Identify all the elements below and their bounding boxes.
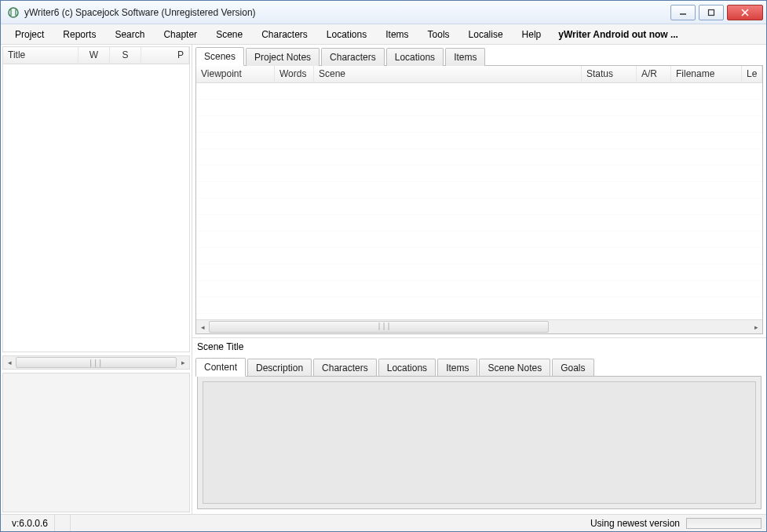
- menu-help[interactable]: Help: [513, 26, 551, 43]
- scene-col-viewpoint[interactable]: Viewpoint: [196, 66, 275, 82]
- scene-title-label: Scene Title: [192, 337, 766, 355]
- scroll-left-icon[interactable]: ◂: [3, 356, 16, 369]
- window-title: yWriter6 (c) Spacejock Software (Unregis…: [24, 7, 670, 18]
- app-window: yWriter6 (c) Spacejock Software (Unregis…: [0, 0, 767, 532]
- scroll-right-icon[interactable]: ▸: [750, 320, 762, 333]
- statusbar: v:6.0.0.6 Using newest version: [1, 514, 766, 531]
- chapter-table: Title W S P: [2, 46, 190, 352]
- status-progressbar: [686, 518, 762, 529]
- scene-detail: Scene Title Content Description Characte…: [192, 337, 766, 514]
- menu-scene[interactable]: Scene: [206, 26, 252, 43]
- scene-table-body[interactable]: [196, 83, 762, 319]
- tab-project-notes[interactable]: Project Notes: [246, 48, 320, 66]
- chapter-col-title[interactable]: Title: [3, 47, 79, 64]
- detail-tab-goals[interactable]: Goals: [552, 359, 594, 377]
- menu-promo[interactable]: yWriter Android out now ...: [550, 26, 686, 43]
- scene-hscrollbar[interactable]: ◂ │││ ▸: [196, 319, 762, 333]
- status-empty-cell: [55, 515, 71, 531]
- main-area: Title W S P ◂ │││ ▸ Scenes Project Notes…: [1, 45, 766, 514]
- chapter-table-body[interactable]: [3, 64, 189, 352]
- detail-tab-locations[interactable]: Locations: [378, 359, 436, 377]
- scroll-right-icon[interactable]: ▸: [177, 356, 189, 369]
- minimize-button[interactable]: [670, 5, 696, 20]
- scroll-grip-icon: │││: [378, 322, 392, 330]
- scene-col-status[interactable]: Status: [582, 66, 637, 82]
- tab-characters[interactable]: Characters: [321, 48, 385, 66]
- left-bottom-panel: [2, 373, 190, 512]
- status-update-text: Using newest version: [590, 518, 680, 529]
- menubar: Project Reports Search Chapter Scene Cha…: [1, 24, 766, 45]
- tab-items[interactable]: Items: [445, 48, 485, 66]
- chapter-col-p[interactable]: P: [141, 47, 189, 64]
- scene-table-header: Viewpoint Words Scene Status A/R Filenam…: [196, 66, 762, 83]
- scene-col-scene[interactable]: Scene: [314, 66, 582, 82]
- menu-localise[interactable]: Localise: [459, 26, 513, 43]
- detail-tabstrip: Content Description Characters Locations…: [192, 355, 766, 376]
- right-pane: Scenes Project Notes Characters Location…: [192, 45, 766, 514]
- svg-rect-2: [709, 9, 714, 15]
- svg-point-0: [9, 8, 18, 17]
- scene-table-panel: Viewpoint Words Scene Status A/R Filenam…: [195, 65, 763, 334]
- detail-tab-characters[interactable]: Characters: [313, 359, 377, 377]
- tab-scenes[interactable]: Scenes: [195, 47, 244, 66]
- upper-tabstrip: Scenes Project Notes Characters Location…: [192, 45, 766, 65]
- scene-col-ar[interactable]: A/R: [637, 66, 671, 82]
- menu-project[interactable]: Project: [5, 26, 53, 43]
- menu-characters[interactable]: Characters: [252, 26, 317, 43]
- status-version: v:6.0.0.6: [5, 515, 55, 531]
- menu-items[interactable]: Items: [376, 26, 418, 43]
- maximize-button[interactable]: [699, 5, 724, 20]
- scene-col-words[interactable]: Words: [275, 66, 314, 82]
- chapter-hscrollbar[interactable]: ◂ │││ ▸: [2, 355, 190, 370]
- menu-tools[interactable]: Tools: [418, 26, 459, 43]
- menu-locations[interactable]: Locations: [317, 26, 376, 43]
- app-icon: [7, 6, 20, 19]
- detail-tab-description[interactable]: Description: [247, 359, 312, 377]
- scroll-grip-icon: │││: [89, 359, 104, 366]
- tab-locations[interactable]: Locations: [386, 48, 444, 66]
- menu-search[interactable]: Search: [105, 26, 154, 43]
- window-buttons: [670, 5, 763, 20]
- scroll-left-icon[interactable]: ◂: [196, 320, 209, 333]
- chapter-col-w[interactable]: W: [79, 47, 110, 64]
- detail-tab-content[interactable]: Content: [195, 358, 246, 377]
- close-button[interactable]: [727, 5, 763, 20]
- left-pane: Title W S P ◂ │││ ▸: [1, 45, 192, 514]
- detail-content-panel: [197, 376, 762, 509]
- menu-chapter[interactable]: Chapter: [154, 26, 206, 43]
- detail-tab-scene-notes[interactable]: Scene Notes: [479, 359, 550, 377]
- chapter-table-header: Title W S P: [3, 47, 189, 64]
- detail-tab-items[interactable]: Items: [437, 359, 477, 377]
- menu-reports[interactable]: Reports: [53, 26, 105, 43]
- scene-col-le[interactable]: Le: [742, 66, 762, 82]
- content-textarea[interactable]: [203, 381, 756, 504]
- titlebar: yWriter6 (c) Spacejock Software (Unregis…: [1, 1, 766, 24]
- scene-col-filename[interactable]: Filename: [671, 66, 742, 82]
- chapter-col-s[interactable]: S: [110, 47, 141, 64]
